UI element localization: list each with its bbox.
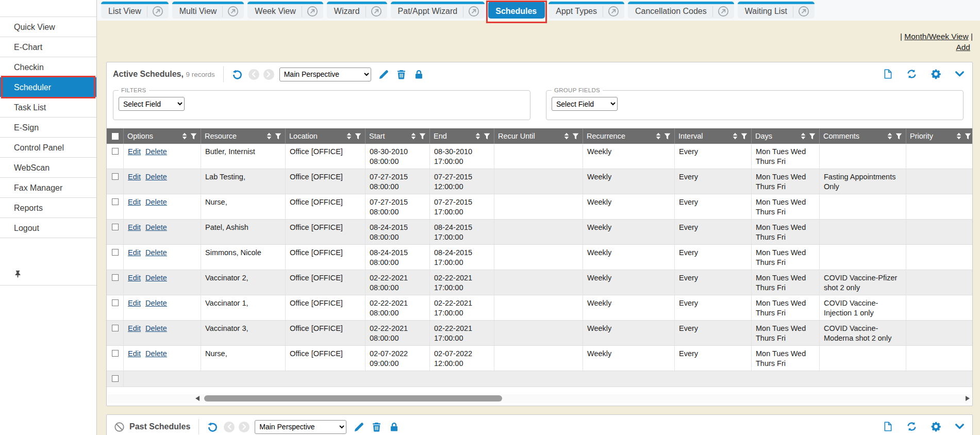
- sidebar-item-quick-view[interactable]: Quick View: [0, 17, 96, 37]
- column-header-location[interactable]: Location: [286, 128, 366, 144]
- delete-link[interactable]: Delete: [145, 198, 167, 206]
- lock-icon[interactable]: [388, 421, 401, 433]
- group-select-field[interactable]: Select Field: [552, 97, 618, 111]
- filter-icon[interactable]: [572, 133, 579, 140]
- month-week-view-link[interactable]: Month/Week View: [904, 32, 968, 41]
- column-header-recurrence[interactable]: Recurrence: [583, 128, 675, 144]
- perspective-select[interactable]: Main Perspective: [279, 68, 371, 81]
- tab-week-view[interactable]: Week View: [247, 2, 323, 19]
- pin-icon[interactable]: [14, 270, 22, 280]
- tab-waiting-list[interactable]: Waiting List: [738, 2, 815, 19]
- lock-icon[interactable]: [412, 68, 425, 81]
- sort-icon[interactable]: [475, 132, 480, 140]
- edit-link[interactable]: Edit: [128, 274, 141, 282]
- horizontal-scrollbar[interactable]: [108, 394, 971, 403]
- delete-link[interactable]: Delete: [145, 324, 167, 332]
- sidebar-item-logout[interactable]: Logout: [0, 218, 96, 238]
- sort-icon[interactable]: [956, 132, 961, 140]
- row-checkbox[interactable]: [112, 274, 119, 281]
- add-link[interactable]: Add: [956, 43, 970, 52]
- sort-icon[interactable]: [267, 132, 272, 140]
- row-checkbox[interactable]: [112, 224, 119, 230]
- filters-select-field[interactable]: Select Field: [119, 97, 185, 111]
- column-header-options[interactable]: Options: [124, 128, 201, 144]
- sidebar-item-e-chart[interactable]: E-Chart: [0, 37, 96, 57]
- tab-appt-types[interactable]: Appt Types: [549, 2, 624, 19]
- sort-icon[interactable]: [182, 132, 187, 140]
- sidebar-item-checkin[interactable]: Checkin: [0, 57, 96, 77]
- delete-trash-icon[interactable]: [370, 421, 383, 433]
- prev-perspective-button[interactable]: [224, 422, 235, 432]
- edit-link[interactable]: Edit: [128, 147, 141, 156]
- column-header-interval[interactable]: Interval: [675, 128, 752, 144]
- sidebar-item-task-list[interactable]: Task List: [0, 97, 96, 118]
- sort-icon[interactable]: [887, 132, 892, 140]
- column-header-end[interactable]: End: [430, 128, 494, 144]
- sidebar-item-control-panel[interactable]: Control Panel: [0, 138, 96, 158]
- undo-icon[interactable]: [231, 68, 244, 81]
- delete-link[interactable]: Delete: [145, 349, 167, 358]
- column-header-recur-until[interactable]: Recur Until: [494, 128, 583, 144]
- next-perspective-button[interactable]: [239, 422, 250, 432]
- edit-link[interactable]: Edit: [128, 173, 141, 181]
- filter-icon[interactable]: [275, 133, 281, 140]
- delete-trash-icon[interactable]: [395, 68, 408, 81]
- sort-icon[interactable]: [564, 132, 569, 140]
- sort-icon[interactable]: [733, 132, 738, 140]
- refresh-icon[interactable]: [905, 420, 918, 433]
- filter-icon[interactable]: [965, 133, 971, 140]
- edit-link[interactable]: Edit: [128, 299, 141, 307]
- delete-link[interactable]: Delete: [145, 147, 167, 156]
- tab-list-view[interactable]: List View: [101, 2, 169, 19]
- filter-icon[interactable]: [419, 133, 426, 140]
- row-checkbox[interactable]: [112, 198, 119, 205]
- delete-link[interactable]: Delete: [145, 248, 167, 257]
- column-header-days[interactable]: Days: [752, 128, 820, 144]
- edit-pencil-icon[interactable]: [353, 421, 366, 433]
- row-checkbox[interactable]: [112, 350, 119, 357]
- filter-icon[interactable]: [355, 133, 361, 140]
- refresh-icon[interactable]: [905, 68, 918, 80]
- open-new-window-icon[interactable]: [152, 6, 163, 17]
- filter-icon[interactable]: [741, 133, 748, 140]
- scrollbar-thumb[interactable]: [204, 395, 502, 401]
- delete-link[interactable]: Delete: [145, 223, 167, 231]
- row-checkbox[interactable]: [112, 299, 119, 306]
- filter-icon[interactable]: [809, 133, 816, 140]
- open-new-window-icon[interactable]: [227, 6, 239, 17]
- new-document-icon[interactable]: [882, 420, 894, 433]
- filter-icon[interactable]: [664, 133, 671, 140]
- column-header-priority[interactable]: Priority: [906, 128, 972, 144]
- open-new-window-icon[interactable]: [608, 6, 619, 17]
- open-new-window-icon[interactable]: [371, 6, 382, 17]
- filter-icon[interactable]: [190, 133, 197, 140]
- tab-schedules[interactable]: Schedules: [488, 2, 545, 19]
- sort-icon[interactable]: [411, 132, 416, 140]
- delete-link[interactable]: Delete: [145, 274, 167, 282]
- collapse-chevron-icon[interactable]: [953, 420, 966, 433]
- edit-link[interactable]: Edit: [128, 223, 141, 231]
- delete-link[interactable]: Delete: [145, 173, 167, 181]
- row-checkbox[interactable]: [112, 249, 119, 256]
- column-header-comments[interactable]: Comments: [820, 128, 906, 144]
- row-checkbox[interactable]: [112, 325, 119, 331]
- delete-link[interactable]: Delete: [145, 299, 167, 307]
- scroll-left-arrow[interactable]: [195, 396, 200, 401]
- edit-link[interactable]: Edit: [128, 349, 141, 358]
- open-new-window-icon[interactable]: [307, 6, 318, 17]
- tab-cancellation-codes[interactable]: Cancellation Codes: [628, 2, 734, 19]
- filter-icon[interactable]: [484, 133, 490, 140]
- prev-perspective-button[interactable]: [248, 69, 259, 80]
- undo-icon[interactable]: [206, 421, 219, 433]
- open-new-window-icon[interactable]: [718, 6, 729, 17]
- row-checkbox[interactable]: [112, 375, 119, 382]
- new-document-icon[interactable]: [882, 68, 894, 80]
- tab-wizard[interactable]: Wizard: [327, 2, 387, 19]
- open-new-window-icon[interactable]: [798, 6, 809, 17]
- sidebar-item-e-sign[interactable]: E-Sign: [0, 118, 96, 138]
- open-new-window-icon[interactable]: [468, 6, 479, 17]
- next-perspective-button[interactable]: [263, 69, 274, 80]
- tab-pat-appt-wizard[interactable]: Pat/Appt Wizard: [391, 2, 485, 19]
- sort-icon[interactable]: [801, 132, 806, 140]
- edit-link[interactable]: Edit: [128, 324, 141, 332]
